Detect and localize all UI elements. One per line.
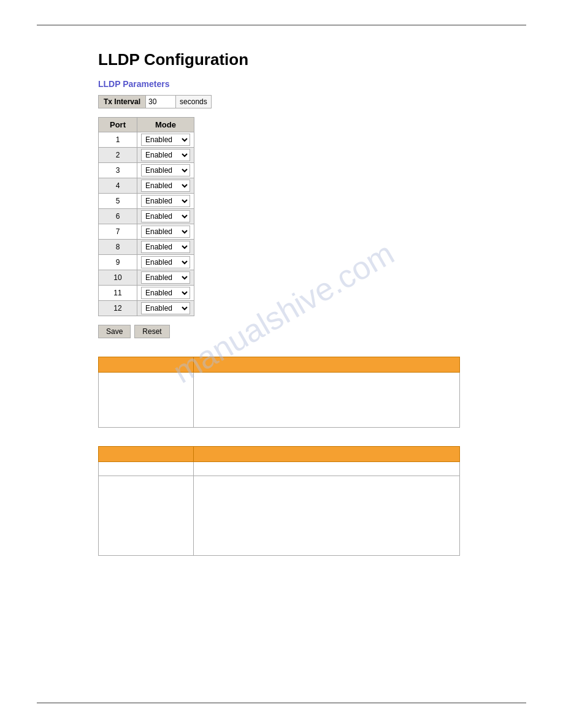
mode-select-port-9[interactable]: EnabledDisabled: [141, 256, 190, 268]
mode-select-port-12[interactable]: EnabledDisabled: [141, 302, 190, 314]
port-number: 7: [99, 224, 137, 240]
section-title: LLDP Parameters: [98, 79, 465, 89]
port-mode-cell: EnabledDisabled: [137, 178, 194, 194]
mode-select-port-4[interactable]: EnabledDisabled: [141, 180, 190, 192]
mode-header: Mode: [137, 118, 194, 132]
port-number: 12: [99, 301, 137, 316]
reset-button[interactable]: Reset: [134, 325, 169, 338]
info-table2-header2: [194, 447, 460, 462]
main-content: LLDP Configuration LLDP Parameters Tx In…: [98, 50, 465, 556]
port-mode-cell: EnabledDisabled: [137, 224, 194, 240]
port-mode-cell: EnabledDisabled: [137, 255, 194, 270]
mode-select-port-6[interactable]: EnabledDisabled: [141, 210, 190, 222]
mode-select-port-8[interactable]: EnabledDisabled: [141, 241, 190, 253]
info-table2-header1: [99, 447, 194, 462]
port-number: 3: [99, 163, 137, 178]
info-table1-value: [194, 373, 460, 428]
port-number: 2: [99, 148, 137, 163]
info-table1-header2: [194, 357, 460, 373]
info-table-1: [98, 357, 460, 428]
port-number: 8: [99, 240, 137, 255]
port-number: 6: [99, 209, 137, 224]
port-number: 11: [99, 286, 137, 301]
port-mode-cell: EnabledDisabled: [137, 286, 194, 301]
port-mode-cell: EnabledDisabled: [137, 132, 194, 148]
page-title: LLDP Configuration: [98, 50, 465, 69]
port-mode-cell: EnabledDisabled: [137, 209, 194, 224]
tx-interval-row: Tx Interval seconds: [98, 95, 465, 108]
mode-select-port-11[interactable]: EnabledDisabled: [141, 287, 190, 299]
tx-interval-input[interactable]: [145, 95, 176, 108]
info-table2-row1-label: [99, 462, 194, 476]
info-table-2: [98, 446, 460, 556]
mode-select-port-10[interactable]: EnabledDisabled: [141, 271, 190, 284]
mode-select-port-2[interactable]: EnabledDisabled: [141, 149, 190, 161]
port-mode-cell: EnabledDisabled: [137, 148, 194, 163]
info-table2-row2-value: [194, 476, 460, 556]
port-mode-cell: EnabledDisabled: [137, 270, 194, 286]
top-rule: [37, 25, 526, 26]
mode-select-port-5[interactable]: EnabledDisabled: [141, 195, 190, 207]
port-mode-table: Port Mode 1EnabledDisabled2EnabledDisabl…: [98, 117, 194, 316]
port-number: 5: [99, 194, 137, 209]
port-mode-cell: EnabledDisabled: [137, 163, 194, 178]
info-table2-row1-value: [194, 462, 460, 476]
mode-select-port-7[interactable]: EnabledDisabled: [141, 226, 190, 238]
port-header: Port: [99, 118, 137, 132]
port-number: 9: [99, 255, 137, 270]
button-row: Save Reset: [98, 325, 465, 338]
mode-select-port-1[interactable]: EnabledDisabled: [141, 134, 190, 146]
tx-interval-label: Tx Interval: [98, 95, 145, 108]
mode-select-port-3[interactable]: EnabledDisabled: [141, 164, 190, 176]
save-button[interactable]: Save: [98, 325, 131, 338]
port-mode-cell: EnabledDisabled: [137, 194, 194, 209]
port-number: 1: [99, 132, 137, 148]
port-mode-cell: EnabledDisabled: [137, 240, 194, 255]
tables-section: [98, 357, 465, 556]
info-table1-header1: [99, 357, 194, 373]
bottom-rule: [37, 702, 526, 703]
port-number: 10: [99, 270, 137, 286]
tx-interval-unit: seconds: [176, 95, 212, 108]
info-table1-label: [99, 373, 194, 428]
port-mode-cell: EnabledDisabled: [137, 301, 194, 316]
info-table2-row2-label: [99, 476, 194, 556]
port-number: 4: [99, 178, 137, 194]
